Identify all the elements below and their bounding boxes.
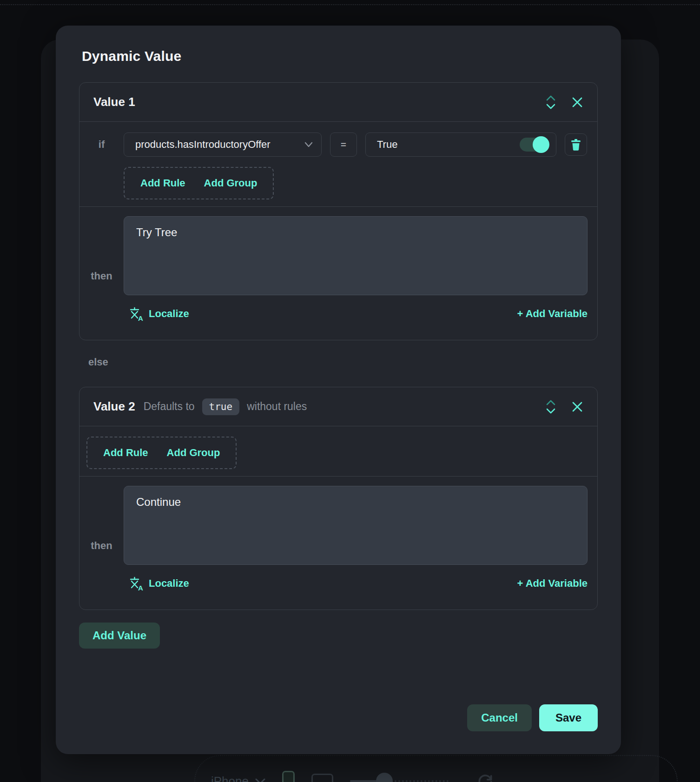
chevron-down-icon	[255, 778, 265, 782]
svg-text:A: A	[138, 584, 143, 591]
value-1-title: Value 1	[93, 95, 135, 109]
add-value-button[interactable]: Add Value	[79, 623, 160, 649]
then-label: then	[79, 216, 124, 295]
condition-value-text: True	[377, 139, 397, 151]
condition-field-value: products.hasIntroductoryOffer	[135, 139, 271, 151]
boolean-toggle[interactable]	[520, 138, 548, 152]
landscape-orientation-icon[interactable]	[311, 774, 333, 782]
value-card-1: Value 1 if	[79, 82, 598, 340]
if-label: if	[79, 139, 124, 151]
svg-text:A: A	[138, 314, 143, 321]
then-row: then Try Tree	[79, 216, 597, 295]
trash-icon	[570, 139, 581, 151]
device-selector-label: iPhone	[211, 774, 249, 782]
modal-footer: Cancel Save	[79, 704, 598, 731]
add-rule-group-box: Add Rule Add Group	[124, 167, 274, 199]
cancel-button[interactable]: Cancel	[467, 704, 532, 731]
reorder-button[interactable]	[545, 399, 556, 415]
add-group-button[interactable]: Add Group	[204, 177, 258, 189]
card-divider	[79, 206, 597, 207]
dotted-divider-top	[0, 4, 700, 5]
device-preview-toolbar: iPhone	[194, 755, 678, 782]
condition-operator[interactable]: =	[330, 133, 357, 157]
screen: iPhone Dynamic Value Value 1	[0, 0, 700, 782]
condition-field-select[interactable]: products.hasIntroductoryOffer	[124, 133, 322, 157]
add-rule-button[interactable]: Add Rule	[140, 177, 185, 189]
else-label: else	[88, 356, 598, 368]
value-text-input[interactable]: Continue	[124, 486, 588, 565]
value-1-header: Value 1	[79, 83, 597, 122]
modal-title: Dynamic Value	[82, 48, 598, 65]
add-variable-button[interactable]: + Add Variable	[517, 577, 588, 590]
remove-value-button[interactable]	[571, 96, 583, 108]
reorder-button[interactable]	[545, 94, 556, 110]
delete-rule-button[interactable]	[565, 133, 587, 156]
chevron-down-icon	[304, 142, 313, 147]
localize-label: Localize	[149, 308, 189, 320]
localize-label: Localize	[149, 577, 189, 590]
defaults-suffix: without rules	[247, 400, 307, 413]
toggle-knob	[533, 136, 549, 153]
localize-button[interactable]: A Localize	[129, 576, 189, 591]
value-text-input[interactable]: Try Tree	[124, 216, 588, 295]
slider-thumb[interactable]	[376, 773, 393, 782]
refresh-icon[interactable]	[476, 772, 494, 782]
card-divider	[79, 476, 597, 477]
remove-value-button[interactable]	[571, 401, 583, 413]
condition-value-field[interactable]: True	[365, 133, 556, 157]
device-selector[interactable]: iPhone	[211, 774, 265, 782]
add-rule-button[interactable]: Add Rule	[103, 447, 148, 459]
sort-arrows-icon	[545, 399, 556, 415]
portrait-orientation-icon[interactable]	[282, 771, 295, 782]
zoom-slider[interactable]	[350, 773, 449, 782]
save-button[interactable]: Save	[539, 704, 598, 731]
then-row: then Continue	[79, 486, 597, 565]
defaults-prefix: Defaults to	[144, 400, 195, 413]
then-label: then	[79, 486, 124, 565]
dynamic-value-modal: Dynamic Value Value 1	[56, 26, 621, 754]
sort-arrows-icon	[545, 94, 556, 110]
defaults-value-pill: true	[202, 398, 240, 415]
translate-icon: A	[129, 576, 143, 591]
add-group-button[interactable]: Add Group	[167, 447, 220, 459]
value-2-title: Value 2	[93, 399, 135, 414]
localize-row: A Localize + Add Variable	[129, 306, 588, 321]
translate-icon: A	[129, 306, 143, 321]
close-icon	[571, 96, 583, 108]
operator-value: =	[341, 139, 346, 150]
add-rule-group-box: Add Rule Add Group	[86, 437, 237, 469]
add-variable-button[interactable]: + Add Variable	[517, 308, 588, 320]
condition-row: if products.hasIntroductoryOffer = True	[79, 133, 597, 157]
value-card-2: Value 2 Defaults to true without rules	[79, 387, 598, 610]
localize-row: A Localize + Add Variable	[129, 576, 588, 591]
close-icon	[571, 401, 583, 413]
localize-button[interactable]: A Localize	[129, 306, 189, 321]
defaults-note: Defaults to true without rules	[144, 398, 307, 415]
value-2-header: Value 2 Defaults to true without rules	[79, 387, 597, 426]
